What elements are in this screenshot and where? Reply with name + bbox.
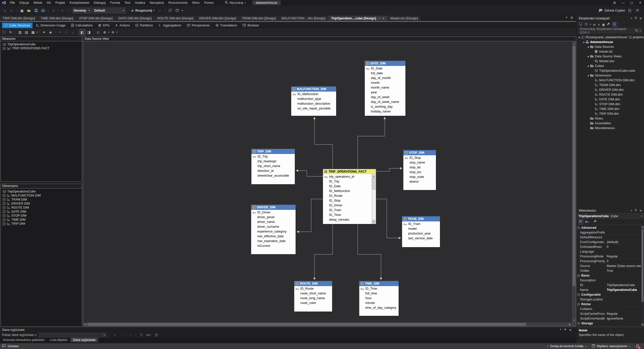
- property-row-estimatedrows[interactable]: EstimatedRows0: [577, 245, 641, 249]
- search-box[interactable]: Wyszukaj ▾: [223, 1, 248, 5]
- select-repository-button[interactable]: Wybierz repozytorium ▴: [592, 344, 630, 348]
- close-panel-icon[interactable]: ✕: [639, 209, 642, 213]
- table-STOP_DIM[interactable]: STOP_DIMID_Stopstop_namestop_latstop_lon…: [403, 150, 436, 190]
- copy-icon[interactable]: ▣: [602, 23, 605, 26]
- timestamp-icon[interactable]: [153, 332, 159, 338]
- expand-icon[interactable]: +: [3, 202, 6, 205]
- editor-tab[interactable]: TRIP DIM.dim [Design]: [0, 16, 38, 21]
- field-ID_Trip[interactable]: ID_Trip: [323, 179, 376, 184]
- editor-tab[interactable]: MALFUNCTION ...dim [Design]: [279, 16, 328, 21]
- solution-tree-item[interactable]: TIME DIM.dim: [577, 106, 644, 111]
- menu-okno[interactable]: Okno: [190, 0, 202, 6]
- field-ID_Tram[interactable]: ID_Tram: [323, 208, 376, 212]
- solution-tree-item[interactable]: master.ds: [577, 49, 644, 54]
- editor-tab[interactable]: TRAM DIM.dim [Design]: [239, 16, 279, 21]
- table-header-TRIP_DIM[interactable]: TRIP_DIM: [251, 149, 295, 154]
- minimize-button[interactable]: —: [619, 0, 627, 6]
- tab-options-gear-icon[interactable]: [570, 16, 573, 20]
- output-tab-konsola-menedżera-pakietów[interactable]: Konsola menedżera pakietów: [1, 338, 47, 342]
- editor-tab[interactable]: STOP DIM.dim [Design]: [76, 16, 115, 21]
- editor-tab[interactable]: ROUTE DIM.dim [Design]: [154, 16, 196, 21]
- designer-tab-partitions[interactable]: Partitions: [133, 23, 155, 28]
- dimension-row[interactable]: +STOP DIM: [1, 214, 82, 218]
- expand-icon[interactable]: +: [3, 206, 6, 209]
- property-value[interactable]: Regular: [605, 254, 641, 259]
- save-all-icon[interactable]: [40, 8, 46, 14]
- property-section-różne[interactable]: −Różne: [577, 302, 641, 307]
- clear-all-icon[interactable]: ☰: [138, 332, 144, 338]
- start-debug-button[interactable]: ▶ Rozpocznij ▾: [130, 8, 156, 14]
- menu-projekt[interactable]: Projekt: [53, 0, 67, 6]
- collapse-section-icon[interactable]: −: [577, 303, 580, 305]
- designer-tab-aggregations[interactable]: ΣAggregations: [156, 23, 184, 28]
- field-trip_headsign[interactable]: trip_headsign: [251, 159, 295, 164]
- show-grid-view-icon[interactable]: ◧: [79, 29, 85, 35]
- field-ID_Date[interactable]: ID_Date: [323, 184, 376, 188]
- expand-icon[interactable]: +: [3, 222, 6, 225]
- designer-tab-kpis[interactable]: KPIs: [96, 23, 112, 28]
- maximize-button[interactable]: ▢: [628, 0, 635, 6]
- expand-icon[interactable]: +: [3, 47, 6, 50]
- close-tab-icon[interactable]: ✕: [382, 17, 384, 20]
- save-icon[interactable]: [33, 8, 39, 14]
- scroll-down-icon[interactable]: ▼: [372, 220, 375, 224]
- field-experience_category[interactable]: experience_category: [251, 229, 296, 234]
- scroll-thumb[interactable]: [372, 178, 375, 189]
- field-hour[interactable]: hour: [359, 296, 399, 300]
- field-ID_Driver[interactable]: ID_Driver: [251, 210, 296, 215]
- property-section-advanced[interactable]: −Advanced: [577, 225, 641, 230]
- new-project-icon[interactable]: ▣: [19, 8, 25, 14]
- expand-icon[interactable]: +: [3, 210, 6, 213]
- expanded-arrow-icon[interactable]: [587, 46, 589, 48]
- attach-icon[interactable]: [167, 8, 173, 14]
- menu-widok[interactable]: Widok: [31, 0, 45, 6]
- solution-platform-combo[interactable]: Default▾: [92, 8, 126, 14]
- property-row-collation[interactable]: Collation: [577, 307, 641, 312]
- field-stop_name[interactable]: stop_name: [403, 160, 436, 165]
- show-tree-view-icon[interactable]: ◨: [86, 29, 92, 35]
- dimension-row[interactable]: +TIME DIM: [1, 218, 82, 222]
- property-value[interactable]: True: [605, 268, 641, 273]
- menu-analiza[interactable]: Analiza: [133, 0, 147, 6]
- field-route_color[interactable]: route_color: [294, 300, 332, 305]
- property-row-errorconfiguratio[interactable]: ErrorConfiguratio(default): [577, 240, 641, 245]
- field-ID_Malfunction[interactable]: ID_Malfunction: [291, 92, 336, 96]
- diagram-horizontal-scrollbar[interactable]: ◀ ▶: [83, 322, 572, 326]
- table-header-ROUTE_DIM[interactable]: ROUTE_DIM: [294, 281, 332, 286]
- field-ID_Stop[interactable]: ID_Stop: [323, 198, 376, 203]
- field-is_working_day[interactable]: is_working_day: [365, 104, 405, 109]
- pin-icon[interactable]: [634, 209, 637, 212]
- output-tab-dane-wyjściowe[interactable]: Dane wyjściowe: [71, 338, 98, 342]
- properties-wrench-icon[interactable]: [607, 22, 610, 26]
- dimension-row[interactable]: +DRIVER DIM: [1, 202, 82, 206]
- field-trip_operations_id[interactable]: trip_operations_id: [323, 174, 376, 179]
- delete-icon[interactable]: ×: [57, 29, 63, 35]
- property-pages-wrench-icon[interactable]: [594, 220, 597, 224]
- property-row-id[interactable]: IDTripOperationsCube: [577, 283, 641, 288]
- property-section-basic[interactable]: −Basic: [577, 273, 641, 278]
- dimension-row[interactable]: +TRIP DIM: [1, 222, 82, 226]
- solution-tree-item[interactable]: TripOperationsCube.cube: [577, 68, 644, 73]
- diagram-canvas[interactable]: DATE_DIMID_Datefull_dateday_of_monthmont…: [83, 42, 572, 322]
- table-header-TIME_DIM[interactable]: TIME_DIM: [359, 281, 399, 286]
- property-value[interactable]: Master (Data source view: [605, 264, 641, 268]
- property-value[interactable]: TripOperationsCube: [605, 283, 641, 288]
- field-route_long_name[interactable]: route_long_name: [294, 296, 332, 300]
- table-header-MALFUNCTION_DIM[interactable]: MALFUNCTION_DIM: [291, 87, 336, 92]
- send-feedback-icon[interactable]: [627, 8, 633, 14]
- collapse-section-icon[interactable]: −: [577, 322, 580, 325]
- open-folder-icon[interactable]: [26, 8, 32, 14]
- collapse-section-icon[interactable]: −: [577, 275, 580, 277]
- dropdown-chevron-icon[interactable]: ▾: [116, 31, 118, 33]
- preview-icon[interactable]: [174, 8, 180, 14]
- find-message-icon[interactable]: ⇣: [112, 332, 118, 338]
- expanded-arrow-icon[interactable]: [578, 36, 580, 38]
- field-driver_name[interactable]: driver_name: [251, 219, 296, 224]
- measures-root[interactable]: TripOperationsCube: [1, 42, 82, 46]
- property-value[interactable]: TripOperationsCube: [605, 288, 641, 292]
- measures-grid-icon[interactable]: ▦: [30, 29, 36, 35]
- property-value[interactable]: [605, 235, 641, 240]
- field-IsCurrent[interactable]: IsCurrent: [251, 243, 296, 248]
- solution-tree-item[interactable]: Miscellaneous: [577, 126, 644, 130]
- field-holiday_name[interactable]: holiday_name: [365, 109, 405, 114]
